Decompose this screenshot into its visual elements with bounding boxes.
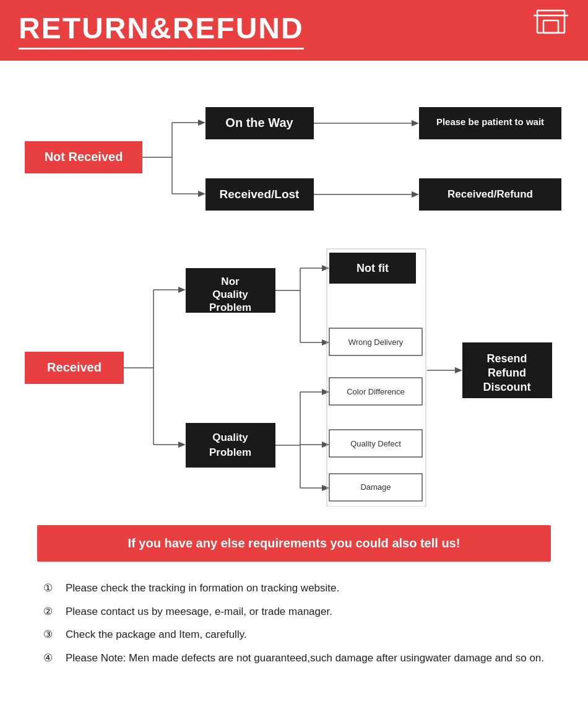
svg-marker-64 xyxy=(455,367,462,373)
svg-marker-45 xyxy=(322,339,329,346)
svg-text:Received: Received xyxy=(47,360,102,374)
main-content: Not Received On the Way Please be patien… xyxy=(0,61,588,704)
return-icon xyxy=(532,9,569,40)
list-item: ③Check the package and Item, carefully. xyxy=(43,627,545,643)
svg-marker-55 xyxy=(322,442,329,448)
page-title: RETURN&REFUND xyxy=(19,11,304,50)
svg-marker-34 xyxy=(178,442,186,448)
list-text: Please contact us by meesage, e-mail, or… xyxy=(66,604,332,620)
bottom-flowchart-svg: Received Nor Quality Problem Quality Pro… xyxy=(19,234,569,507)
svg-rect-1 xyxy=(543,20,558,33)
svg-marker-12 xyxy=(412,120,419,126)
svg-marker-20 xyxy=(412,191,419,198)
svg-text:Nor: Nor xyxy=(221,276,240,287)
svg-marker-28 xyxy=(178,287,186,293)
svg-text:Quality: Quality xyxy=(212,289,248,300)
svg-text:Please be patient to wait: Please be patient to wait xyxy=(436,116,544,127)
footer-note: If you have any else requirements you co… xyxy=(37,525,551,562)
svg-marker-51 xyxy=(322,389,329,395)
svg-text:Wrong Delivery: Wrong Delivery xyxy=(348,337,404,347)
svg-text:Refund: Refund xyxy=(488,367,526,379)
list-num: ① xyxy=(43,580,62,596)
list-item: ④Please Note: Men made defects are not g… xyxy=(43,650,545,666)
bottom-flowchart: Received Nor Quality Problem Quality Pro… xyxy=(19,234,569,507)
svg-text:Quality: Quality xyxy=(212,432,248,443)
list-num: ② xyxy=(43,604,62,620)
list-text: Please Note: Men made defects are not gu… xyxy=(66,650,544,666)
svg-text:Damage: Damage xyxy=(360,482,391,492)
svg-text:Received/Refund: Received/Refund xyxy=(447,188,533,200)
svg-text:Quality Defect: Quality Defect xyxy=(350,439,401,448)
svg-marker-41 xyxy=(322,265,329,271)
top-flowchart: Not Received On the Way Please be patien… xyxy=(19,79,569,228)
header: RETURN&REFUND xyxy=(0,0,588,61)
svg-marker-59 xyxy=(322,485,329,491)
svg-text:Resend: Resend xyxy=(486,352,527,365)
svg-text:On the Way: On the Way xyxy=(225,116,293,129)
list-num: ③ xyxy=(43,627,62,643)
svg-text:Not fit: Not fit xyxy=(357,262,389,274)
bottom-list: ①Please check the tracking in formation … xyxy=(19,574,569,692)
svg-marker-16 xyxy=(198,191,205,197)
svg-marker-8 xyxy=(198,120,205,126)
top-flowchart-svg: Not Received On the Way Please be patien… xyxy=(19,79,569,222)
list-item: ①Please check the tracking in formation … xyxy=(43,580,545,596)
svg-text:Problem: Problem xyxy=(209,302,251,313)
svg-text:Problem: Problem xyxy=(209,446,251,458)
svg-rect-0 xyxy=(537,11,564,33)
svg-rect-35 xyxy=(186,423,275,468)
svg-text:Color Difference: Color Difference xyxy=(347,387,405,396)
list-text: Check the package and Item, carefully. xyxy=(66,627,247,643)
svg-text:Received/Lost: Received/Lost xyxy=(220,188,300,201)
svg-text:Discount: Discount xyxy=(483,381,530,393)
svg-text:Not Received: Not Received xyxy=(45,150,123,163)
list-num: ④ xyxy=(43,650,62,666)
list-item: ②Please contact us by meesage, e-mail, o… xyxy=(43,604,545,620)
list-text: Please check the tracking in formation o… xyxy=(66,580,339,596)
